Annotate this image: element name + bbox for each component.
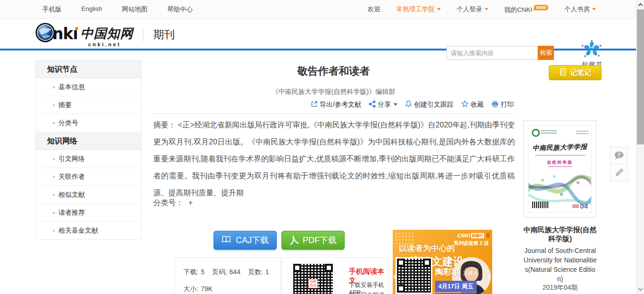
citation-track-label: 创建引文跟踪 — [414, 101, 454, 109]
chevron-down-icon — [437, 8, 441, 10]
qr-corner — [397, 285, 405, 293]
institution-dropdown[interactable]: 常熟理工学院 — [396, 5, 441, 14]
main-header: nkı 中国知网 cnki.net 期刊 检索 — [0, 19, 644, 50]
scrollbar-thumb[interactable] — [637, 9, 644, 144]
journal-cover-barcode — [532, 202, 549, 208]
channel-title: 期刊 — [153, 27, 175, 42]
chevron-down-icon — [485, 8, 488, 10]
pdf-download-button[interactable]: 人 PDF下载 — [281, 231, 345, 250]
journal-cover-issn-text — [576, 129, 588, 134]
share-button[interactable]: 分享 — [369, 101, 397, 109]
page-count: 1 — [265, 268, 269, 276]
sidebar-item-classification[interactable]: 分类号 — [36, 114, 141, 132]
star-icon — [461, 100, 469, 109]
journal-cover-title: 中南民族大学学报 — [528, 143, 591, 152]
qr-corner — [325, 264, 333, 272]
search-bar: 检索 — [446, 46, 554, 60]
ad-series-label: 系列讲座第 2 讲 — [454, 240, 489, 247]
journal-cover-english-line — [535, 155, 586, 156]
ad-speaker-name: 陶彩军 — [435, 268, 459, 277]
sidebar-item-reader-recommendation[interactable]: 读者推荐 — [36, 204, 141, 222]
file-size-label: 大小: — [183, 285, 198, 293]
my-cnki-link[interactable]: 我的CNKINEW — [504, 5, 548, 14]
article-action-bar: 导出/参考文献 分享 创建引文跟踪 收藏 打印 — [153, 100, 514, 109]
classification-value[interactable]: + — [188, 199, 192, 207]
classification-row: 分类号： + — [153, 198, 193, 208]
journal-cover-red-text — [572, 204, 579, 208]
link-help-center[interactable]: 帮助中心 — [167, 5, 193, 14]
search-button[interactable]: 检索 — [538, 46, 554, 60]
sidebar-item-similar-documents[interactable]: 相似文献 — [36, 186, 141, 204]
book-icon — [222, 235, 231, 245]
link-mobile-version[interactable]: 手机版 — [42, 5, 62, 14]
link-sitemap[interactable]: 网站地图 — [122, 5, 148, 14]
ad-brand-row: CNKI 校园行 X — [457, 232, 490, 239]
print-button[interactable]: 打印 — [491, 101, 514, 109]
sidebar-section-knowledge-node: 知识节点 — [36, 60, 141, 78]
abstract-paragraph: 摘要： <正>经湖北省新闻出版局行政许可审批,《中南民族大学学报(自然科学版)》… — [153, 117, 515, 202]
cnki-logo[interactable]: nkı 中国知网 cnki.net — [35, 23, 133, 44]
page-number: 644 — [230, 268, 240, 276]
mobile-read-line2: 扫码同步阅读本文 — [349, 291, 388, 294]
ad-close-icon[interactable]: X — [486, 232, 490, 239]
article-author[interactable]: 《中南民族大学学报(自然科学版)》编辑部 — [153, 88, 514, 96]
journal-cover-issue: 04 — [580, 202, 588, 210]
ad-qr-code — [396, 257, 432, 294]
share-icon — [369, 101, 376, 109]
zhiwangjie-icon — [581, 52, 603, 60]
personal-login-dropdown[interactable]: 个人登录 — [457, 5, 488, 14]
carousel-next-icon[interactable]: › — [487, 270, 491, 282]
caj-download-button[interactable]: CAJ下载 — [214, 231, 277, 250]
take-note-button[interactable]: 记笔记 — [549, 65, 602, 80]
carousel-prev-icon[interactable]: ‹ — [393, 270, 397, 282]
search-input[interactable] — [446, 46, 538, 60]
link-english[interactable]: English — [82, 5, 102, 14]
pencil-icon — [614, 168, 624, 177]
dotted-divider — [153, 113, 514, 114]
journal-cover-logo-text — [541, 130, 557, 134]
page-count-label: 页数: — [248, 268, 263, 276]
notebook-icon — [559, 68, 567, 77]
top-bar: 手机版 English 网站地图 帮助中心 欢迎 常熟理工学院 个人登录 我的C… — [0, 0, 644, 19]
journal-cover-image: 中南民族大学学报 自然科学版 04 — [528, 125, 592, 213]
stats-row-2: 大小:79K — [183, 285, 213, 294]
sidebar-item-basic-info[interactable]: 基本信息 — [36, 78, 141, 96]
scroll-down-icon[interactable] — [638, 286, 643, 291]
download-count: 5 — [201, 268, 205, 276]
bell-icon — [405, 100, 412, 109]
abstract-text: <正>经湖北省新闻出版局行政许可审批,《中南民族大学学报(自然科学版)》自202… — [153, 121, 515, 197]
institution-label: 常熟理工学院 — [396, 6, 435, 13]
page-number-label: 页码: — [212, 268, 227, 276]
sidebar-item-citation-network[interactable]: 引文网络 — [36, 150, 141, 168]
zhiwangjie-link[interactable]: 知网节 — [578, 40, 605, 69]
chevron-down-icon — [592, 8, 596, 10]
sidebar-item-related-authors[interactable]: 关联作者 — [36, 168, 141, 186]
journal-name[interactable]: 中南民族大学学报(自然科学版) — [523, 225, 597, 243]
ad-speaker-row: 陶彩军 主讲人 — [435, 267, 478, 277]
sidebar-item-abstract[interactable]: 摘要 — [36, 96, 141, 114]
caj-download-label: CAJ下载 — [236, 235, 269, 246]
journal-issue[interactable]: 2019年04期 — [523, 284, 597, 292]
sidebar-item-related-fund-documents[interactable]: 相关基金文献 — [36, 222, 141, 239]
journal-cover-box[interactable]: 中南民族大学学报 自然科学版 04 — [523, 120, 596, 218]
export-reference-label: 导出/参考文献 — [320, 101, 361, 109]
personal-login-label: 个人登录 — [457, 6, 482, 13]
citation-track-button[interactable]: 创建引文跟踪 — [405, 100, 454, 109]
export-reference-button[interactable]: 导出/参考文献 — [311, 101, 361, 109]
journal-cover-logo-icon — [532, 129, 540, 137]
feedback-button[interactable]: ? — [610, 147, 628, 164]
pdf-person-icon: 人 — [289, 234, 299, 247]
lecture-ad-banner[interactable]: CNKI 校园行 X 系列讲座第 2 讲 以读者为中心的 一流论文建设 陶彩军 — [393, 230, 492, 294]
vertical-scrollbar[interactable] — [636, 0, 644, 294]
scroll-up-icon[interactable] — [638, 3, 643, 8]
personal-library-label: 个人书房 — [564, 6, 590, 13]
logo-orange-dot — [75, 27, 78, 30]
favorite-button[interactable]: 收藏 — [461, 100, 484, 109]
ad-speaker-role: 主讲人 — [462, 270, 478, 276]
ad-brand-suffix: 校园行 — [471, 233, 484, 238]
welcome-label: 欢迎 — [368, 5, 380, 14]
logo-domain: cnki.net — [88, 42, 121, 47]
personal-library-dropdown[interactable]: 个人书房 — [564, 5, 596, 14]
mobile-qr-code: 知网阅读 — [291, 262, 335, 294]
note-edit-button[interactable] — [610, 164, 628, 181]
